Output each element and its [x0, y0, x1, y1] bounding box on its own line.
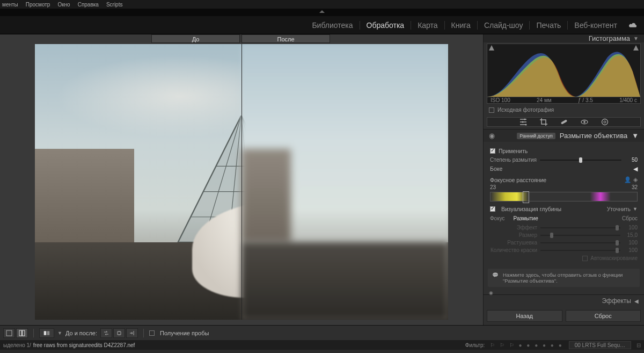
- current-filename: free raws from signatureedits D4Z2287.ne…: [33, 342, 135, 348]
- focus-blur-tabs[interactable]: Фокус Размытие Сброс: [490, 215, 638, 221]
- module-slideshow[interactable]: Слайд-шоу: [477, 21, 530, 30]
- svg-point-16: [602, 119, 608, 125]
- module-picker: Библиотека Обработка Карта Книга Слайд-ш…: [0, 16, 644, 34]
- before-after-layout-button[interactable]: [39, 328, 54, 338]
- copy-after-button[interactable]: [126, 328, 138, 338]
- develop-right-panel: Гистограмма▼ ISO 100 24 мм ƒ / 3.5 1/400…: [483, 34, 644, 325]
- module-develop[interactable]: Обработка: [360, 21, 411, 30]
- panel-switch-icon[interactable]: ◉: [489, 290, 493, 296]
- depth-range-bar[interactable]: [490, 192, 638, 201]
- svg-rect-18: [6, 330, 12, 336]
- exif-aperture: ƒ / 3.5: [578, 97, 593, 103]
- checkbox-icon[interactable]: [489, 107, 494, 113]
- chevron-left-icon[interactable]: ◀: [633, 165, 638, 172]
- feedback-link[interactable]: 💬 Нажмите здесь, чтобы отправить отзыв о…: [488, 269, 640, 287]
- svg-rect-13: [560, 119, 567, 124]
- exif-shutter: 1/400 с: [619, 97, 637, 103]
- effect-slider[interactable]: Эффект 100: [490, 225, 638, 230]
- svg-point-12: [525, 124, 526, 126]
- checkbox-icon[interactable]: [582, 256, 588, 261]
- original-photo-check[interactable]: Исходная фотография: [489, 107, 639, 113]
- size-slider[interactable]: Размер 15,0: [490, 232, 638, 238]
- top-strip: [0, 9, 644, 16]
- bokeh-row[interactable]: Боке ◀: [490, 165, 638, 172]
- after-label: После: [241, 34, 330, 43]
- menu-item[interactable]: менты: [2, 2, 18, 8]
- apply-checkbox[interactable]: Применить: [490, 148, 638, 154]
- chevron-left-icon: ◀: [634, 298, 639, 304]
- radial-icon[interactable]: [601, 118, 609, 126]
- soft-proof-label: Получение пробы: [160, 330, 209, 336]
- highlight-clip-icon[interactable]: [633, 45, 639, 51]
- automask-check[interactable]: Автомаскирование: [490, 255, 638, 261]
- module-print[interactable]: Печать: [529, 21, 567, 30]
- svg-point-10: [524, 119, 525, 120]
- lens-blur-header[interactable]: ◉ Ранний доступ Размытие объектива ▼: [484, 129, 644, 142]
- crop-icon[interactable]: [539, 118, 548, 126]
- preset-dropdown[interactable]: 00 LRTS Full Sequ…: [569, 341, 631, 349]
- point-pick-icon[interactable]: ◈: [633, 176, 638, 183]
- menu-item[interactable]: Справка: [78, 2, 99, 8]
- chevron-down-icon: ▼: [632, 132, 639, 140]
- exif-strip: ISO 100 24 мм ƒ / 3.5 1/400 с: [487, 97, 641, 104]
- healing-icon[interactable]: [560, 118, 568, 126]
- lens-blur-panel: Применить Степень размытия 50 Боке ◀ Фок…: [484, 142, 644, 264]
- speech-bubble-icon: 💬: [492, 272, 500, 284]
- reset-small[interactable]: Сброс: [622, 215, 638, 221]
- svg-marker-9: [633, 45, 639, 51]
- paint-amount-slider[interactable]: Количество краски 100: [490, 247, 638, 253]
- swap-button[interactable]: [100, 328, 112, 338]
- exif-focal: 24 мм: [537, 97, 552, 103]
- panel-toggle-eye-icon[interactable]: ◉: [489, 132, 495, 140]
- feather-slider[interactable]: Растушевка 100: [490, 240, 638, 246]
- module-library[interactable]: Библиотека: [305, 21, 359, 30]
- before-after-view-button[interactable]: [16, 328, 28, 338]
- develop-toolbar: ▼ До и после: Получение пробы: [0, 325, 644, 340]
- expand-top-icon[interactable]: [319, 10, 325, 13]
- soft-proof-checkbox[interactable]: [149, 330, 155, 336]
- eye-icon[interactable]: [580, 118, 589, 126]
- photo-canvas[interactable]: [35, 44, 448, 320]
- depth-marker[interactable]: [523, 191, 529, 203]
- back-button[interactable]: Назад: [487, 310, 562, 322]
- histogram-header[interactable]: Гистограмма▼: [484, 34, 644, 42]
- histogram[interactable]: [487, 44, 641, 97]
- filter-lock-icon[interactable]: ⊟: [636, 342, 641, 348]
- selection-count: ыделено 1/: [3, 342, 31, 348]
- blur-amount-slider[interactable]: Степень размытия 50: [490, 157, 638, 163]
- cloud-sync-icon[interactable]: [628, 22, 638, 28]
- image-viewer: До После: [0, 34, 483, 325]
- tab-blur[interactable]: Размытие: [514, 215, 538, 221]
- exif-iso: ISO 100: [491, 97, 510, 103]
- tab-focus[interactable]: Фокус: [490, 215, 505, 221]
- focal-distance-label: Фокусное расстояние: [490, 177, 546, 183]
- early-access-badge: Ранний доступ: [517, 133, 555, 139]
- app-menubar[interactable]: менты Просмотр Окно Справка Scripts: [0, 0, 644, 9]
- svg-point-11: [522, 121, 523, 123]
- filter-label: Фильтр:: [465, 342, 485, 348]
- status-bar: ыделено 1/ free raws from signatureedits…: [0, 340, 644, 350]
- chevron-down-icon: ▼: [633, 35, 639, 41]
- chevron-down-icon[interactable]: ▼: [57, 330, 62, 336]
- shadow-clip-icon[interactable]: [488, 45, 495, 51]
- depth-vis-label: Визуализация глубины: [501, 206, 561, 212]
- local-tools-strip: [487, 117, 641, 127]
- menu-item[interactable]: Scripts: [106, 2, 123, 8]
- checkbox-icon[interactable]: [490, 148, 495, 154]
- module-book[interactable]: Книга: [444, 21, 477, 30]
- sliders-icon[interactable]: [519, 118, 528, 126]
- menu-item[interactable]: Окно: [57, 2, 70, 8]
- loupe-view-button[interactable]: [3, 328, 15, 338]
- menu-item[interactable]: Просмотр: [26, 2, 50, 8]
- copy-before-button[interactable]: [113, 328, 125, 338]
- depth-vis-checkbox[interactable]: [490, 206, 495, 212]
- svg-rect-20: [23, 330, 25, 336]
- filter-flags[interactable]: ⚐ ⚐ ⚐ ● ● ● ● ● ●: [490, 342, 563, 348]
- reset-button[interactable]: Сброс: [566, 310, 641, 322]
- refine-dropdown[interactable]: Уточнить ▼: [607, 206, 638, 212]
- module-web[interactable]: Веб-контент: [567, 21, 624, 30]
- subject-pick-icon[interactable]: 👤: [624, 176, 631, 183]
- effects-panel-header[interactable]: Эффекты ◀: [484, 294, 644, 307]
- svg-rect-21: [44, 331, 47, 335]
- module-map[interactable]: Карта: [411, 21, 444, 30]
